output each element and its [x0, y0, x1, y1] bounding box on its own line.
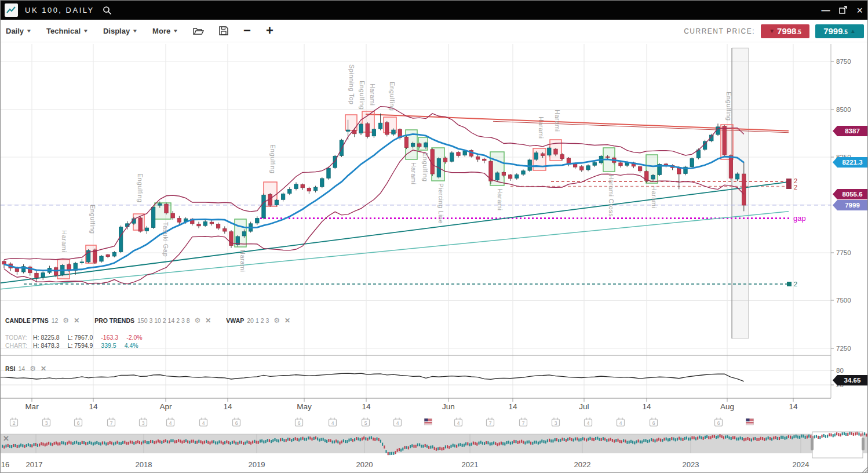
- us-flag-icon[interactable]: [746, 419, 754, 425]
- remove-indicator-icon[interactable]: ✕: [285, 317, 290, 324]
- menu-technical[interactable]: Technical▼: [46, 27, 88, 35]
- chevron-down-icon: ▼: [26, 28, 32, 34]
- remove-indicator-icon[interactable]: ✕: [74, 317, 79, 324]
- price-badge: 8221.3: [833, 157, 868, 168]
- pattern-label: Engulfing: [137, 173, 144, 202]
- svg-text:6: 6: [652, 420, 655, 426]
- calendar-event-icon[interactable]: 4: [329, 418, 337, 427]
- menu-timeframe[interactable]: Daily▼: [6, 27, 31, 35]
- calendar-event-icon[interactable]: 4: [585, 418, 592, 427]
- calendar-event-icon[interactable]: 7: [520, 418, 527, 427]
- pattern-label: Spinning Top: [348, 64, 355, 104]
- sell-price-badge[interactable]: ▼ 7998.5: [761, 24, 809, 38]
- calendar-event-icon[interactable]: 3: [43, 418, 50, 427]
- calendar-event-icon[interactable]: 7: [487, 418, 494, 427]
- year-labels: 1620172018201920202021202220232024: [1, 460, 809, 469]
- save-icon[interactable]: [219, 26, 228, 35]
- calendar-event-icon[interactable]: 3: [552, 418, 560, 427]
- chart-change: 339.5: [101, 342, 116, 349]
- calendar-event-icon[interactable]: 7: [108, 418, 115, 427]
- svg-text:4: 4: [396, 420, 399, 426]
- pattern-label: Engulfing: [89, 205, 96, 234]
- axis-tick-label: 8750: [836, 58, 851, 65]
- pattern-label: Engulfing: [725, 92, 732, 121]
- pattern-label: Harami: [538, 117, 545, 139]
- navigator-selection[interactable]: [812, 432, 863, 458]
- svg-text:5: 5: [364, 420, 367, 426]
- menu-display[interactable]: Display▼: [103, 27, 137, 35]
- pattern-labels: HaramiEngulfingEngulfingTasuki GapHarami…: [61, 64, 732, 272]
- calendar-event-icon[interactable]: 3: [140, 418, 147, 427]
- calendar-event-icon[interactable]: 6: [75, 418, 82, 427]
- settings-icon[interactable]: ⚙: [273, 317, 280, 324]
- svg-text:7: 7: [110, 420, 113, 426]
- svg-text:8387: 8387: [845, 128, 860, 134]
- resize-grip-icon[interactable]: [862, 467, 868, 473]
- today-stats-row: TODAY: H: 8225.8 L: 7967.0 -163.3 -2.0%: [5, 334, 151, 341]
- zoom-out-button[interactable]: −: [243, 26, 251, 36]
- indicator-legend: CANDLE PTNS 12 ⚙ ✕ PRO TRENDS 150 3 10 2…: [5, 317, 305, 324]
- svg-text:2: 2: [794, 184, 797, 191]
- indicator-vwap: VWAP 20 1 2 3 ⚙ ✕: [226, 317, 290, 324]
- year-label: 16: [1, 460, 9, 469]
- calendar-event-icon[interactable]: 2: [10, 418, 18, 427]
- remove-indicator-icon[interactable]: ✕: [205, 317, 211, 324]
- us-flag-icon[interactable]: [425, 419, 432, 425]
- popout-button[interactable]: [839, 6, 847, 15]
- svg-text:8055.6: 8055.6: [842, 191, 862, 198]
- svg-text:34.65: 34.65: [844, 377, 861, 384]
- arrow-up-icon: ▲: [850, 28, 856, 34]
- pattern-label: Piercing Line: [437, 183, 444, 224]
- time-axis-label: 14: [362, 402, 371, 411]
- history-navigator[interactable]: [1, 432, 868, 458]
- navigator-left-handle[interactable]: [811, 438, 814, 450]
- svg-text:3: 3: [45, 420, 48, 426]
- navigator-right-handle[interactable]: [862, 438, 865, 450]
- time-axis-label: 14: [89, 402, 98, 411]
- calendar-event-icon[interactable]: 4: [455, 418, 462, 427]
- settings-icon[interactable]: ⚙: [30, 365, 36, 372]
- calendar-event-icon[interactable]: 4: [167, 418, 174, 427]
- indicator-candle-ptns: CANDLE PTNS 12 ⚙ ✕: [5, 317, 79, 324]
- calendar-event-icon[interactable]: 4: [617, 418, 625, 427]
- time-axis-label: 14: [642, 402, 651, 411]
- calendar-event-icon[interactable]: 4: [200, 418, 207, 427]
- calendar-event-icon[interactable]: 5: [362, 418, 370, 427]
- calendar-event-icon[interactable]: 6: [650, 418, 658, 427]
- toolbar: Daily▼ Technical▼ Display▼ More▼ − + CUR…: [1, 20, 867, 42]
- zoom-in-button[interactable]: +: [266, 26, 273, 36]
- search-icon[interactable]: [103, 6, 112, 15]
- time-axis-labels: Mar14Apr14May14Jun14Jul14Aug14: [25, 398, 798, 411]
- pattern-label: Harami: [369, 83, 376, 105]
- settings-icon[interactable]: ⚙: [195, 317, 201, 324]
- rsi-line: [1, 373, 744, 381]
- candlestick-series: [2, 114, 746, 282]
- time-axis-label: Jul: [579, 402, 589, 411]
- arrow-down-icon: ▼: [769, 28, 775, 34]
- pattern-label: Tasuki Gap: [162, 222, 169, 257]
- svg-text:4: 4: [331, 420, 334, 426]
- year-label: 2024: [793, 460, 809, 469]
- price-chart[interactable]: HaramiEngulfingEngulfingTasuki GapHarami…: [1, 42, 868, 473]
- pattern-label: Engulfing: [422, 152, 429, 181]
- open-folder-icon[interactable]: [193, 27, 204, 35]
- time-axis-label: 14: [789, 402, 798, 411]
- minimize-button[interactable]: —: [821, 6, 830, 14]
- pattern-label: Engulfing: [389, 82, 396, 111]
- close-icon[interactable]: ×: [856, 5, 863, 16]
- buy-price-badge[interactable]: 7999.5 ▲: [815, 24, 864, 38]
- svg-text:3: 3: [555, 420, 557, 426]
- settings-icon[interactable]: ⚙: [63, 317, 69, 324]
- calendar-event-icon[interactable]: 4: [394, 418, 402, 427]
- remove-indicator-icon[interactable]: ✕: [41, 365, 46, 372]
- menu-more[interactable]: More▼: [152, 27, 178, 35]
- svg-text:6: 6: [77, 420, 80, 426]
- axis-tick-label: 7500: [836, 297, 851, 304]
- axis-tick-label: 7250: [836, 345, 851, 352]
- navigator-close-icon[interactable]: ✕: [3, 434, 9, 443]
- calendar-event-icon[interactable]: 6: [296, 418, 303, 427]
- calendar-event-icon[interactable]: 6: [715, 418, 723, 427]
- page-title: UK 100, DAILY: [25, 6, 94, 14]
- chart-change-pct: 4.4%: [125, 342, 138, 349]
- calendar-event-icon[interactable]: 6: [233, 418, 240, 427]
